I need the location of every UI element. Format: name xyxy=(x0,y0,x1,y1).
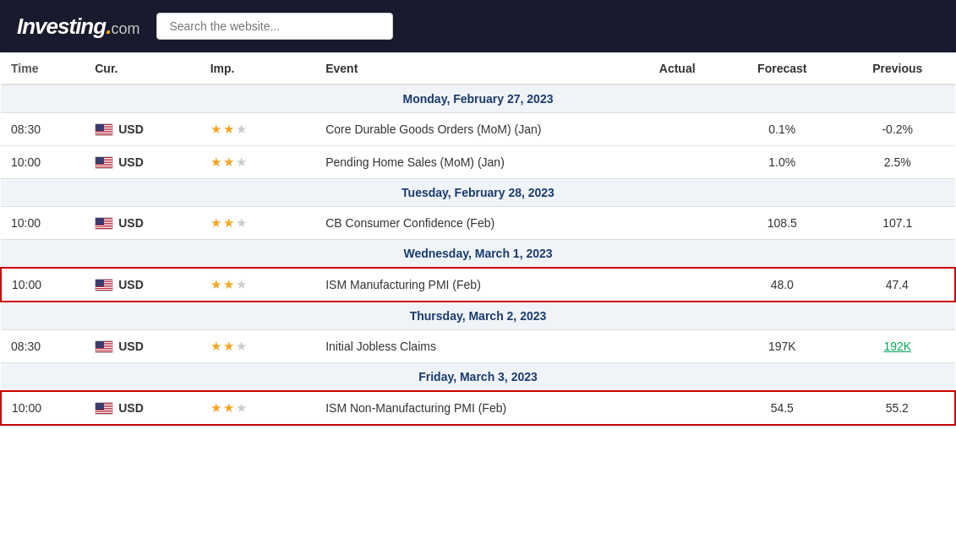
cell-importance: ★★★ xyxy=(200,391,315,425)
cell-time: 08:30 xyxy=(1,113,85,146)
cell-currency: USD xyxy=(85,330,199,363)
col-header-actual: Actual xyxy=(630,53,724,85)
currency-label: USD xyxy=(118,401,144,415)
cell-actual xyxy=(630,268,724,302)
cell-previous: 2.5% xyxy=(840,146,956,179)
section-header-label: Wednesday, March 1, 2023 xyxy=(1,240,955,269)
cell-previous: 107.1 xyxy=(840,207,956,240)
economic-calendar-table: Time Cur. Imp. Event Actual Forecast Pre… xyxy=(0,52,956,426)
logo: Investing. com xyxy=(17,14,139,40)
currency-label: USD xyxy=(118,155,144,169)
star-icon: ★ xyxy=(236,400,247,416)
cell-time: 08:30 xyxy=(1,330,85,363)
cell-previous: -0.2% xyxy=(840,113,956,146)
cell-importance: ★★★ xyxy=(200,268,315,302)
flag-us-icon xyxy=(95,340,113,353)
section-header-row: Monday, February 27, 2023 xyxy=(1,84,955,113)
importance-stars: ★★★ xyxy=(210,155,305,170)
star-icon: ★ xyxy=(236,339,247,354)
cell-currency: USD xyxy=(85,146,199,179)
col-header-imp: Imp. xyxy=(200,53,315,85)
cell-importance: ★★★ xyxy=(200,146,315,179)
cell-actual xyxy=(630,391,724,425)
star-icon: ★ xyxy=(236,277,247,292)
star-icon: ★ xyxy=(236,215,247,231)
cell-previous: 192K xyxy=(840,330,956,363)
star-icon: ★ xyxy=(236,155,247,170)
logo-investing-text: Investing xyxy=(17,14,106,39)
cell-forecast: 54.5 xyxy=(724,391,839,425)
star-icon: ★ xyxy=(210,277,221,292)
col-header-cur: Cur. xyxy=(85,53,199,85)
star-icon: ★ xyxy=(210,122,221,137)
previous-value-link[interactable]: 192K xyxy=(883,340,911,353)
cell-time: 10:00 xyxy=(1,207,85,240)
star-icon: ★ xyxy=(210,215,221,231)
cell-forecast: 108.5 xyxy=(724,207,839,240)
cell-forecast: 48.0 xyxy=(724,268,839,302)
star-icon: ★ xyxy=(210,400,221,416)
currency-label: USD xyxy=(118,122,144,136)
flag-us-icon xyxy=(95,279,113,291)
header: Investing. com xyxy=(0,0,956,52)
cell-forecast: 197K xyxy=(724,330,839,363)
cell-time: 10:00 xyxy=(1,268,85,302)
table-header: Time Cur. Imp. Event Actual Forecast Pre… xyxy=(1,53,955,85)
cell-importance: ★★★ xyxy=(200,207,315,240)
table-row: 10:00USD★★★Pending Home Sales (MoM) (Jan… xyxy=(1,146,955,179)
cell-currency: USD xyxy=(85,268,199,302)
section-header-label: Monday, February 27, 2023 xyxy=(1,84,955,113)
table-row: 08:30USD★★★Initial Jobless Claims197K192… xyxy=(1,330,955,363)
flag-us-icon xyxy=(95,123,113,136)
cell-event: Pending Home Sales (MoM) (Jan) xyxy=(315,146,630,179)
cell-forecast: 0.1% xyxy=(724,113,839,146)
table-row: 08:30USD★★★Core Durable Goods Orders (Mo… xyxy=(1,113,955,146)
col-header-forecast: Forecast xyxy=(724,53,839,85)
star-icon: ★ xyxy=(223,339,234,354)
cell-previous: 47.4 xyxy=(840,268,956,302)
table-row: 10:00USD★★★ISM Non-Manufacturing PMI (Fe… xyxy=(1,391,955,425)
logo-text: Investing. xyxy=(17,14,111,40)
cell-actual xyxy=(630,113,724,146)
table-body: Monday, February 27, 202308:30USD★★★Core… xyxy=(1,84,955,425)
table-row: 10:00USD★★★ISM Manufacturing PMI (Feb)48… xyxy=(1,268,955,302)
cell-currency: USD xyxy=(85,113,199,146)
cell-currency: USD xyxy=(85,207,199,240)
table-row: 10:00USD★★★CB Consumer Confidence (Feb)1… xyxy=(1,207,955,240)
section-header-label: Thursday, March 2, 2023 xyxy=(1,302,955,330)
cell-event: Initial Jobless Claims xyxy=(315,330,630,363)
cell-previous: 55.2 xyxy=(840,391,956,425)
section-header-row: Tuesday, February 28, 2023 xyxy=(1,179,955,207)
col-header-previous: Previous xyxy=(840,53,956,85)
calendar-table: Time Cur. Imp. Event Actual Forecast Pre… xyxy=(0,52,956,426)
importance-stars: ★★★ xyxy=(210,122,305,137)
search-input[interactable] xyxy=(156,13,393,40)
cell-currency: USD xyxy=(85,391,199,425)
section-header-row: Thursday, March 2, 2023 xyxy=(1,302,955,330)
flag-us-icon xyxy=(95,402,113,415)
cell-time: 10:00 xyxy=(1,146,85,179)
logo-com-text: com xyxy=(111,20,139,38)
star-icon: ★ xyxy=(223,400,234,416)
col-header-time: Time xyxy=(1,53,85,85)
cell-actual xyxy=(630,146,724,179)
flag-us-icon xyxy=(95,156,113,169)
cell-importance: ★★★ xyxy=(200,113,315,146)
currency-label: USD xyxy=(118,340,144,353)
star-icon: ★ xyxy=(223,155,234,170)
cell-event: Core Durable Goods Orders (MoM) (Jan) xyxy=(315,113,630,146)
section-header-row: Friday, March 3, 2023 xyxy=(1,363,955,392)
section-header-row: Wednesday, March 1, 2023 xyxy=(1,240,955,269)
flag-us-icon xyxy=(95,217,113,230)
importance-stars: ★★★ xyxy=(210,339,305,354)
importance-stars: ★★★ xyxy=(210,277,305,292)
star-icon: ★ xyxy=(223,215,234,231)
importance-stars: ★★★ xyxy=(210,400,305,416)
star-icon: ★ xyxy=(236,122,247,137)
currency-label: USD xyxy=(118,216,144,230)
cell-importance: ★★★ xyxy=(200,330,315,363)
col-header-event: Event xyxy=(315,53,630,85)
section-header-label: Friday, March 3, 2023 xyxy=(1,363,955,392)
cell-event: CB Consumer Confidence (Feb) xyxy=(315,207,630,240)
star-icon: ★ xyxy=(210,339,221,354)
